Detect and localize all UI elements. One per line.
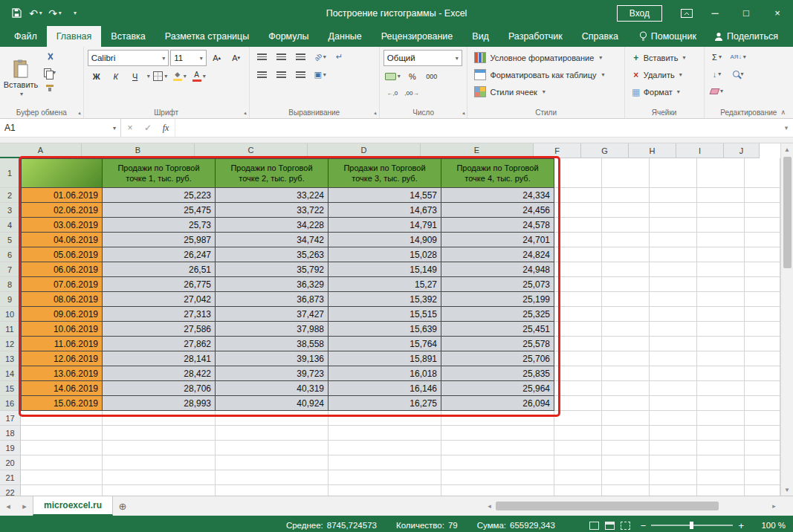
row-header-11[interactable]: 11 xyxy=(0,322,21,337)
fill-button[interactable]: ↓▾ xyxy=(708,67,726,81)
cell[interactable] xyxy=(697,485,745,496)
row-header-19[interactable]: 19 xyxy=(0,441,21,455)
row-header-7[interactable]: 7 xyxy=(0,262,21,277)
cell[interactable] xyxy=(745,277,780,292)
new-sheet-button[interactable]: ⊕ xyxy=(113,496,132,516)
date-cell[interactable]: 09.06.2019 xyxy=(21,307,103,322)
column-header-f[interactable]: F xyxy=(534,143,581,158)
cell[interactable] xyxy=(650,485,697,496)
value-cell[interactable]: 34,228 xyxy=(216,218,328,233)
cell[interactable] xyxy=(21,411,103,426)
cell[interactable] xyxy=(216,426,328,441)
align-right-button[interactable] xyxy=(292,68,310,82)
cell[interactable] xyxy=(650,351,697,366)
cell[interactable] xyxy=(650,322,697,337)
cell[interactable] xyxy=(602,158,650,188)
cell[interactable] xyxy=(103,411,216,426)
cell[interactable] xyxy=(554,351,602,366)
row-header-22[interactable]: 22 xyxy=(0,485,21,496)
cell[interactable] xyxy=(602,441,650,455)
scroll-right-icon[interactable]: ▸ xyxy=(768,502,780,510)
cell[interactable] xyxy=(650,381,697,396)
table-header-cell[interactable]: Продажи по Торговой точке 1, тыс. руб. xyxy=(103,158,216,188)
row-header-6[interactable]: 6 xyxy=(0,247,21,262)
cell[interactable] xyxy=(554,262,602,277)
italic-button[interactable]: К xyxy=(107,69,125,83)
cell[interactable] xyxy=(441,441,554,455)
cell[interactable] xyxy=(602,396,650,411)
column-header-e[interactable]: E xyxy=(421,143,534,158)
cut-button[interactable] xyxy=(41,50,59,64)
cell[interactable] xyxy=(441,455,554,470)
page-layout-view-button[interactable] xyxy=(605,522,615,530)
align-bottom-button[interactable] xyxy=(292,50,310,64)
zoom-in-button[interactable]: + xyxy=(738,520,744,531)
styles-item[interactable]: Условное форматирование▾ xyxy=(471,50,620,65)
cell[interactable] xyxy=(554,188,602,203)
cell[interactable] xyxy=(554,247,602,262)
find-select-button[interactable]: ▾ xyxy=(729,67,748,81)
cell[interactable] xyxy=(650,411,697,426)
date-cell[interactable]: 10.06.2019 xyxy=(21,322,103,337)
cell[interactable] xyxy=(554,203,602,218)
cell[interactable] xyxy=(602,455,650,470)
currency-format-button[interactable]: ▾ xyxy=(383,69,402,83)
value-cell[interactable]: 27,042 xyxy=(103,292,216,307)
cell[interactable] xyxy=(745,307,780,322)
next-sheet-button[interactable]: ▸ xyxy=(16,496,33,516)
value-cell[interactable]: 26,247 xyxy=(103,247,216,262)
cell[interactable] xyxy=(103,485,216,496)
value-cell[interactable]: 36,329 xyxy=(216,277,328,292)
row-header-3[interactable]: 3 xyxy=(0,203,21,218)
cell[interactable] xyxy=(602,292,650,307)
row-header-17[interactable]: 17 xyxy=(0,411,21,426)
cell[interactable] xyxy=(745,426,780,441)
autosum-button[interactable]: Σ▾ xyxy=(708,50,726,64)
value-cell[interactable]: 33,722 xyxy=(216,203,328,218)
value-cell[interactable]: 15,392 xyxy=(328,292,441,307)
value-cell[interactable]: 24,456 xyxy=(441,203,554,218)
cell[interactable] xyxy=(650,158,697,188)
cell[interactable] xyxy=(745,411,780,426)
value-cell[interactable]: 15,515 xyxy=(328,307,441,322)
enter-formula-button[interactable]: ✓ xyxy=(139,123,157,133)
styles-item[interactable]: Форматировать как таблицу▾ xyxy=(471,67,620,82)
cell[interactable] xyxy=(745,158,780,188)
minimize-button[interactable]: ─ xyxy=(699,0,731,26)
scroll-down-icon[interactable]: ▼ xyxy=(781,484,793,496)
date-cell[interactable]: 05.06.2019 xyxy=(21,247,103,262)
cell[interactable] xyxy=(697,396,745,411)
cell[interactable] xyxy=(21,426,103,441)
clear-button[interactable]: ▾ xyxy=(708,84,726,98)
value-cell[interactable]: 25,835 xyxy=(441,366,554,381)
column-header-j[interactable]: J xyxy=(724,143,760,158)
cell[interactable] xyxy=(554,277,602,292)
date-cell[interactable]: 15.06.2019 xyxy=(21,396,103,411)
value-cell[interactable]: 25,073 xyxy=(441,277,554,292)
font-name-combo[interactable]: Calibri▾ xyxy=(88,50,169,66)
value-cell[interactable]: 15,891 xyxy=(328,351,441,366)
value-cell[interactable]: 16,018 xyxy=(328,366,441,381)
cell[interactable] xyxy=(554,307,602,322)
cell[interactable] xyxy=(328,485,441,496)
cell[interactable] xyxy=(650,233,697,247)
row-header-21[interactable]: 21 xyxy=(0,470,21,485)
wrap-text-button[interactable]: ↵ xyxy=(331,50,349,64)
cell[interactable] xyxy=(602,218,650,233)
cell[interactable] xyxy=(602,381,650,396)
value-cell[interactable]: 40,924 xyxy=(216,396,328,411)
cell[interactable] xyxy=(650,337,697,351)
number-format-combo[interactable]: Общий▾ xyxy=(383,50,462,66)
value-cell[interactable]: 14,557 xyxy=(328,188,441,203)
cell[interactable] xyxy=(602,470,650,485)
decrease-font-button[interactable]: А▾ xyxy=(227,51,245,65)
cell[interactable] xyxy=(650,366,697,381)
row-header-20[interactable]: 20 xyxy=(0,455,21,470)
value-cell[interactable]: 24,701 xyxy=(441,233,554,247)
copy-button[interactable]: ▾ xyxy=(41,65,59,80)
percent-format-button[interactable]: % xyxy=(404,69,421,83)
date-cell[interactable]: 04.06.2019 xyxy=(21,233,103,247)
cell[interactable] xyxy=(328,470,441,485)
value-cell[interactable]: 25,199 xyxy=(441,292,554,307)
cells-item[interactable]: ×Удалить▾ xyxy=(629,67,700,82)
